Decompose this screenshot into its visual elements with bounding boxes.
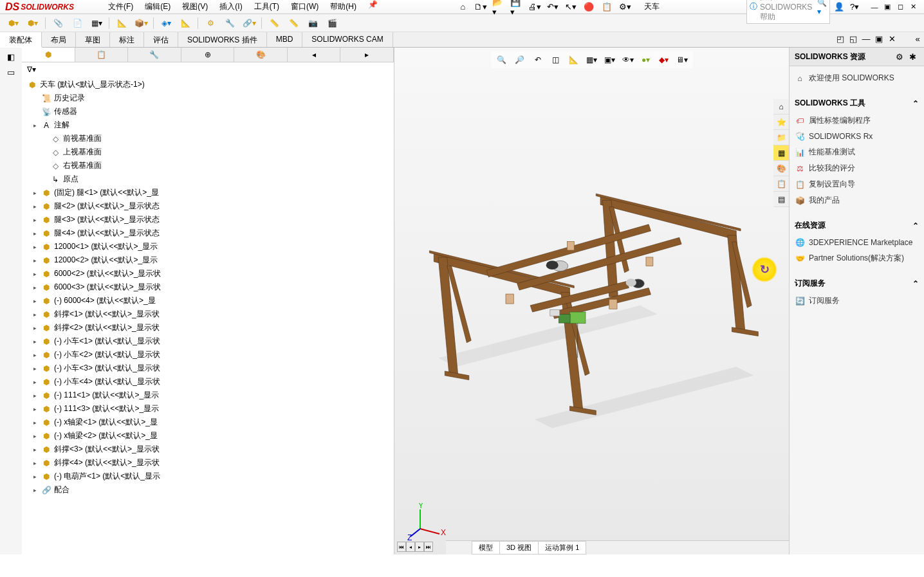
tools-section-header[interactable]: SOLIDWORKS 工具 ⌃ bbox=[795, 94, 919, 113]
doc-restore-icon[interactable]: ▣ bbox=[873, 32, 885, 45]
tree-item[interactable]: ▸⬢6000<2> (默认<<默认>_显示状 bbox=[22, 267, 394, 280]
measure-icon[interactable]: 📏 bbox=[267, 16, 281, 30]
expand-icon[interactable]: ▸ bbox=[31, 257, 39, 264]
side-appearances-icon[interactable]: 🎨 bbox=[773, 161, 789, 176]
help-icon[interactable]: ?▾ bbox=[848, 1, 861, 14]
tree-item[interactable]: ▸⬢斜撑<1> (默认<<默认>_显示状 bbox=[22, 307, 394, 321]
sub-section-header[interactable]: 订阅服务 ⌃ bbox=[795, 274, 919, 293]
move-component-icon[interactable]: ▦▾ bbox=[89, 16, 104, 30]
expand-icon[interactable]: ▸ bbox=[31, 311, 39, 318]
side-design-lib-icon[interactable]: ▦ bbox=[773, 145, 789, 161]
tree-item[interactable]: ◇前视基准面 bbox=[22, 132, 394, 145]
search-icon[interactable]: 🔍▾ bbox=[817, 0, 827, 16]
tab-configmanager[interactable]: 🔧 bbox=[128, 48, 181, 62]
expand-icon[interactable]: ▸ bbox=[31, 271, 39, 277]
expand-icon[interactable]: ▸ bbox=[31, 230, 39, 237]
rp-tool-link[interactable]: ⚖比较我的评分 bbox=[795, 160, 919, 176]
assembly-features-icon[interactable]: 📦▾ bbox=[134, 16, 148, 30]
tree-item[interactable]: ▸⬢(-) 111<3> (默认<<默认>_显示 bbox=[22, 402, 394, 416]
user-icon[interactable]: 👤 bbox=[833, 1, 845, 14]
new-motion-icon[interactable]: 📐 bbox=[178, 16, 192, 30]
tree-item[interactable]: ▸⬢斜撑<4> (默认<<默认>_显示状 bbox=[22, 456, 394, 470]
tree-item[interactable]: ▸⬢(-) x轴梁<1> (默认<<默认>_显 bbox=[22, 416, 394, 429]
tab-dimxpert[interactable]: ⊕ bbox=[181, 48, 235, 62]
select-icon[interactable]: ↖▾ bbox=[564, 1, 577, 14]
close-button[interactable]: ✕ bbox=[907, 2, 919, 12]
collapse-tree-icon[interactable]: ◰ bbox=[834, 32, 847, 45]
view-triad[interactable]: Y X Z bbox=[407, 503, 446, 542]
tree-item[interactable]: ▸⬢(-) 小车<3> (默认<默认_显示状 bbox=[22, 362, 394, 375]
print-icon[interactable]: 🖨▾ bbox=[528, 1, 541, 14]
rp-online-link[interactable]: 🤝Partner Solutions(解决方案) bbox=[795, 250, 919, 266]
nav-last[interactable]: ⏭ bbox=[424, 542, 433, 552]
restore-button[interactable]: ▣ bbox=[882, 2, 893, 12]
side-custom-props-icon[interactable]: 📋 bbox=[773, 176, 789, 192]
bom-icon[interactable]: ⚙ bbox=[203, 16, 217, 30]
tree-item[interactable]: 📜历史记录 bbox=[22, 91, 394, 105]
tree-item[interactable]: ↳原点 bbox=[22, 172, 394, 186]
expand-icon[interactable]: ▸ bbox=[31, 352, 39, 358]
expand-icon[interactable]: ▸ bbox=[31, 338, 39, 345]
tree-item[interactable]: ◇右视基准面 bbox=[22, 159, 394, 172]
rp-tool-link[interactable]: 📊性能基准测试 bbox=[795, 144, 919, 160]
menu-help[interactable]: 帮助(H) bbox=[325, 0, 362, 14]
smart-fastener-icon[interactable]: 📄 bbox=[70, 16, 84, 30]
instant3d-icon[interactable]: 🔗▾ bbox=[242, 16, 256, 30]
welcome-link[interactable]: ⌂ 欢迎使用 SOLIDWORKS bbox=[795, 70, 919, 86]
expand-icon[interactable]: ▸ bbox=[31, 473, 39, 480]
rp-tool-link[interactable]: 🩺SOLIDWORKS Rx bbox=[795, 129, 919, 144]
tree-item[interactable]: ▸⬢腿<4> (默认<<默认>_显示状态 bbox=[22, 226, 394, 240]
side-home-icon[interactable]: ⌂ bbox=[773, 99, 789, 114]
expand-icon[interactable]: ▸ bbox=[31, 244, 39, 250]
exploded-view-icon[interactable]: 🔧 bbox=[223, 16, 237, 30]
expand-icon[interactable]: ▸ bbox=[31, 392, 39, 399]
tab-cam[interactable]: SOLIDWORKS CAM bbox=[302, 32, 393, 47]
viewport[interactable]: 🔍 🔎 ↶ ◫ 📐 ▦▾ ▣▾ 👁▾ ●▾ ◆▾ 🖥▾ bbox=[394, 48, 789, 554]
tree-item[interactable]: ▸⬢(-) x轴梁<2> (默认<<默认>_显 bbox=[22, 429, 394, 443]
tab-more-left[interactable]: ◂ bbox=[288, 48, 341, 62]
side-forum-icon[interactable]: ▤ bbox=[773, 192, 789, 207]
expand-icon[interactable]: ▸ bbox=[31, 446, 39, 453]
nav-prev[interactable]: ◂ bbox=[406, 542, 415, 552]
expand-icon[interactable]: ▸ bbox=[31, 284, 39, 291]
save-icon[interactable]: 💾▾ bbox=[510, 1, 523, 14]
tab-propertymanager[interactable]: 📋 bbox=[75, 48, 129, 62]
mate-icon[interactable]: ⬢▾ bbox=[26, 16, 40, 30]
nav-next[interactable]: ▸ bbox=[415, 542, 424, 552]
doc-minimize-icon[interactable]: — bbox=[860, 32, 873, 45]
rp-tool-link[interactable]: 🏷属性标签编制程序 bbox=[795, 113, 919, 129]
menu-tools[interactable]: 工具(T) bbox=[249, 0, 284, 14]
tab-annotate[interactable]: 标注 bbox=[110, 32, 144, 47]
tab-assembly[interactable]: 装配体 bbox=[0, 32, 42, 48]
tree-item[interactable]: 📡传感器 bbox=[22, 105, 394, 118]
rp-online-link[interactable]: 🌐3DEXPERIENCE Marketplace bbox=[795, 235, 919, 250]
tree-item[interactable]: ▸A注解 bbox=[22, 118, 394, 132]
taskpane-pin-icon[interactable]: ✱ bbox=[906, 50, 919, 63]
tree-item[interactable]: ▸⬢(-) 小车<2> (默认<默认_显示状 bbox=[22, 348, 394, 362]
options-icon[interactable]: 📋 bbox=[600, 1, 613, 14]
menu-insert[interactable]: 插入(I) bbox=[214, 0, 247, 14]
rp-tool-link[interactable]: 📋复制设置向导 bbox=[795, 176, 919, 192]
taskpane-gear-icon[interactable]: ⚙ bbox=[893, 50, 906, 63]
tab-addins[interactable]: SOLIDWORKS 插件 bbox=[178, 32, 267, 47]
expand-icon[interactable]: ▸ bbox=[31, 419, 39, 426]
expand-icon[interactable]: ▸ bbox=[31, 365, 39, 372]
tree-item[interactable]: ▸⬢腿<2> (默认<<默认>_显示状态 bbox=[22, 199, 394, 213]
tree-item[interactable]: ▸⬢腿<3> (默认<<默认>_显示状态 bbox=[22, 213, 394, 226]
tab-layout[interactable]: 布局 bbox=[42, 32, 76, 47]
property-manager-icon[interactable]: ▭ bbox=[5, 66, 17, 78]
tree-item[interactable]: ▸⬢斜撑<2> (默认<<默认>_显示状 bbox=[22, 321, 394, 334]
tree-item[interactable]: ◇上视基准面 bbox=[22, 145, 394, 159]
side-favorites-icon[interactable]: ⭐ bbox=[773, 114, 789, 130]
tree-item[interactable]: ▸⬢斜撑<3> (默认<<默认>_显示状 bbox=[22, 443, 394, 456]
side-folder-icon[interactable]: 📁 bbox=[773, 130, 789, 145]
nav-first[interactable]: ⏮ bbox=[397, 542, 406, 552]
reference-geom-icon[interactable]: ◈▾ bbox=[159, 16, 173, 30]
tab-sketch[interactable]: 草图 bbox=[76, 32, 110, 47]
rebuild-icon[interactable]: 🔴 bbox=[582, 1, 595, 14]
expand-icon[interactable]: ▸ bbox=[31, 379, 39, 385]
tab-more-right[interactable]: ▸ bbox=[340, 48, 394, 62]
tree-item[interactable]: ▸⬢(-) 小车<1> (默认<默认_显示状 bbox=[22, 334, 394, 348]
mass-props-icon[interactable]: 📏 bbox=[286, 16, 300, 30]
linear-pattern-icon[interactable]: 📎 bbox=[51, 16, 65, 30]
